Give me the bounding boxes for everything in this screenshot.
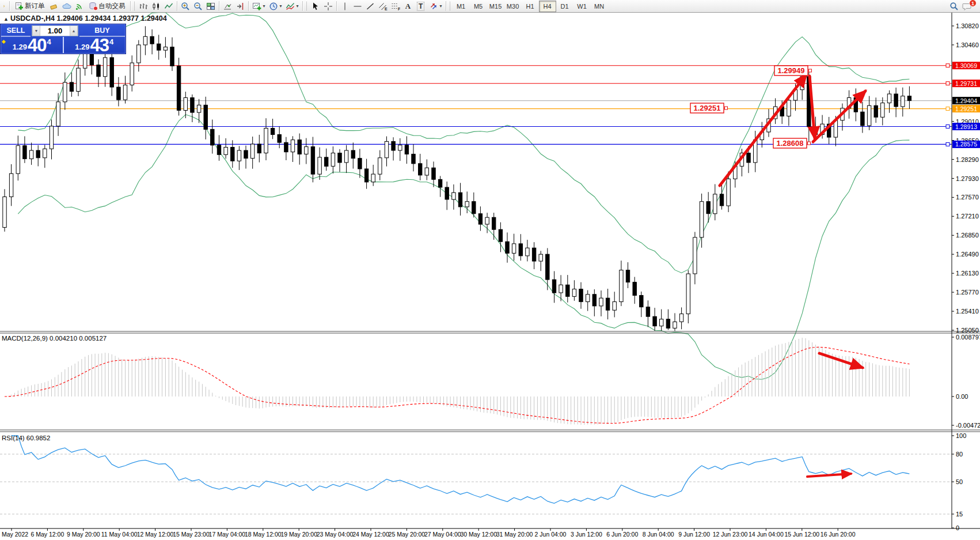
svg-text:1.28290: 1.28290 [956, 156, 979, 163]
cloud-icon [62, 2, 71, 11]
tile-windows-icon [206, 2, 215, 11]
chart-shift-icon [235, 2, 245, 11]
vertical-line-button[interactable] [339, 1, 351, 12]
price-chart[interactable]: 1.308201.304601.290101.286501.282901.279… [0, 0, 980, 540]
buy-price-big: 43 [90, 37, 109, 53]
clock-icon [269, 2, 278, 11]
price-annotation[interactable]: 1.29251 [690, 103, 728, 113]
svg-text:25 May 20:00: 25 May 20:00 [389, 531, 426, 538]
periods-button[interactable]: ▾ [267, 1, 284, 12]
magnifier-partial-icon [3, 2, 6, 11]
timeframe-m1[interactable]: M1 [453, 1, 470, 12]
timeframe-m15[interactable]: M15 [487, 1, 504, 12]
zoom-in-button[interactable] [179, 1, 192, 12]
cursor-button[interactable] [309, 1, 322, 12]
timeframe-m5[interactable]: M5 [470, 1, 487, 12]
trend-arrow[interactable] [720, 75, 806, 186]
timeframe-mn[interactable]: MN [591, 1, 608, 12]
sell-button[interactable]: SELL [1, 25, 31, 37]
arrows-tool-icon [429, 2, 438, 11]
dropdown-caret: ▾ [297, 3, 299, 9]
chat-button[interactable]: 1 [960, 1, 974, 12]
buy-price-small: 1.29 [75, 43, 89, 51]
svg-text:15 May 23:00: 15 May 23:00 [173, 531, 210, 538]
signals-button[interactable] [73, 1, 86, 12]
svg-text:May 2022: May 2022 [2, 531, 28, 538]
svg-text:50: 50 [956, 478, 963, 485]
svg-text:18 May 12:00: 18 May 12:00 [245, 531, 282, 538]
arrows-button[interactable]: ▾ [427, 1, 444, 12]
indicators-button[interactable]: ▾ [284, 1, 301, 12]
timeframe-m30[interactable]: M30 [504, 1, 522, 12]
rsi-line [12, 436, 910, 503]
svg-text:17 May 04:00: 17 May 04:00 [209, 531, 246, 538]
auto-scroll-button[interactable] [221, 1, 234, 12]
line-chart-button[interactable] [162, 1, 175, 12]
svg-text:1.30820: 1.30820 [956, 22, 979, 29]
svg-text:19 May 20:00: 19 May 20:00 [280, 531, 317, 538]
svg-text:1.28608: 1.28608 [777, 139, 804, 148]
fibonacci-button[interactable]: F [389, 1, 402, 12]
trend-arrow[interactable] [813, 91, 865, 142]
line-handle[interactable] [946, 125, 949, 129]
timeframe-h4[interactable]: H4 [539, 1, 556, 12]
buy-price-sup: 4 [109, 37, 113, 46]
trendline-button[interactable] [364, 1, 377, 12]
svg-text:1.26130: 1.26130 [956, 270, 979, 277]
svg-text:9 Jun 12:00: 9 Jun 12:00 [678, 531, 710, 538]
line-handle[interactable] [946, 142, 949, 146]
trend-arrow[interactable] [807, 474, 851, 477]
svg-text:8 Jun 04:00: 8 Jun 04:00 [643, 531, 674, 538]
new-chart-button[interactable]: ▾ [250, 1, 267, 12]
auto-trading-button[interactable]: 自动交易 [86, 1, 128, 12]
timeframe-d1[interactable]: D1 [556, 1, 573, 12]
svg-text:2 Jun 04:00: 2 Jun 04:00 [535, 531, 567, 538]
price-scale[interactable]: 1.308201.304601.290101.286501.282901.279… [946, 22, 980, 531]
time-scale[interactable]: May 20226 May 12:009 May 20:0011 May 04:… [2, 528, 856, 538]
svg-text:-0.004725: -0.004725 [956, 422, 980, 429]
chart-shift-button[interactable] [234, 1, 246, 12]
line-handle[interactable] [946, 107, 949, 111]
tile-windows-button[interactable] [204, 1, 217, 12]
bar-chart-button[interactable] [137, 1, 150, 12]
bollinger-lower-band[interactable] [18, 115, 909, 380]
cloud-button[interactable] [60, 1, 73, 12]
collapse-arrow-icon[interactable]: ▲ [3, 16, 9, 22]
volume-value[interactable]: 1.00 [40, 26, 70, 36]
channel-button[interactable]: E [377, 1, 389, 12]
svg-text:E: E [385, 7, 388, 11]
chart-area[interactable]: 1.308201.304601.290101.286501.282901.279… [0, 13, 980, 540]
zoom-out-button[interactable] [192, 1, 204, 12]
sell-price[interactable]: 1.29404 [1, 37, 63, 53]
timeframe-w1[interactable]: W1 [573, 1, 591, 12]
clipped-icon[interactable] [2, 1, 7, 12]
timeframe-h1[interactable]: H1 [522, 1, 539, 12]
dropdown-caret: ▾ [263, 3, 265, 9]
buy-price[interactable]: 1.29434 [63, 37, 126, 53]
candlestick-button[interactable] [150, 1, 162, 12]
search-icon [949, 2, 959, 11]
svg-text:1.26850: 1.26850 [956, 232, 979, 239]
mt4-window: 新订单 自动交易 [0, 0, 980, 540]
styler-button[interactable] [48, 1, 60, 12]
label-button[interactable]: T [415, 1, 427, 12]
macd-histogram [5, 338, 909, 425]
price-annotation[interactable]: 1.28608 [773, 138, 811, 148]
zoom-in-icon [181, 2, 190, 11]
volume-decrease-button[interactable]: ▼ [32, 26, 40, 36]
price-annotation[interactable]: 1.29949 [774, 66, 812, 75]
chart-title: ▲USDCAD-,H4 1.29406 1.29434 1.29377 1.29… [3, 14, 167, 22]
volume-increase-button[interactable]: ▲ [70, 26, 78, 36]
line-chart-icon [164, 2, 173, 11]
new-order-button[interactable]: 新订单 [12, 1, 48, 12]
crosshair-button[interactable] [322, 1, 335, 12]
svg-text:24 May 12:00: 24 May 12:00 [352, 531, 389, 538]
line-handle[interactable] [946, 64, 949, 67]
search-button[interactable] [948, 1, 960, 12]
horizontal-line-button[interactable] [351, 1, 364, 12]
line-handle[interactable] [946, 82, 949, 85]
text-button[interactable]: A [402, 1, 415, 12]
svg-text:1.29404: 1.29404 [955, 97, 977, 104]
zoom-out-icon [193, 2, 203, 11]
label-tool-glyph: T [417, 2, 424, 11]
